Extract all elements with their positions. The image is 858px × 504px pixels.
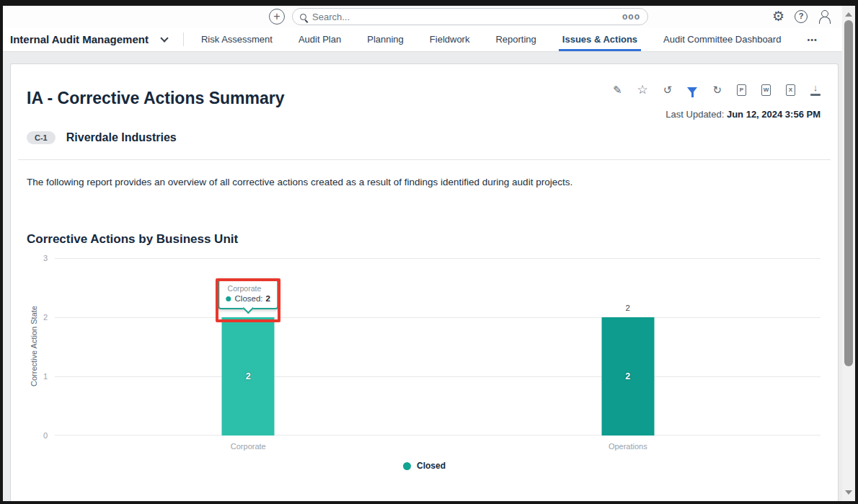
last-updated-label: Last Updated: (665, 109, 724, 120)
refresh-icon[interactable]: ↻ (712, 84, 722, 96)
scroll-down-icon[interactable] (845, 490, 852, 495)
chevron-down-icon (160, 34, 168, 42)
bar-value-label: 2 (246, 371, 251, 381)
topbar-icons: ⚙ ? (772, 8, 831, 25)
gridline (55, 317, 821, 318)
filter-icon[interactable] (687, 87, 697, 94)
export-word-icon[interactable]: W (761, 84, 771, 96)
help-icon[interactable]: ? (795, 10, 808, 23)
nav-divider (183, 32, 184, 46)
y-tick: 2 (43, 313, 48, 322)
bar-operations[interactable]: 2 (601, 317, 654, 436)
tab-audit-plan[interactable]: Audit Plan (295, 27, 345, 51)
history-icon[interactable]: ↺ (663, 84, 673, 96)
search-input[interactable]: Search... ooo (292, 8, 648, 25)
create-icon[interactable]: + (269, 9, 285, 25)
last-updated-value: Jun 12, 2024 3:56 PM (727, 109, 821, 120)
gear-icon[interactable]: ⚙ (772, 9, 784, 25)
bar-value-label: 2 (625, 371, 630, 381)
x-category-label: Corporate (231, 442, 266, 451)
gridline (55, 258, 821, 259)
scroll-up-icon[interactable] (845, 12, 852, 17)
app-switcher[interactable]: Internal Audit Management (3, 27, 167, 51)
bar-top-label: 2 (626, 304, 630, 312)
page-background: IA - Corrective Actions Summary ✎ ☆ ↺ ↻ … (3, 52, 842, 501)
tab-audit-committee-dashboard[interactable]: Audit Committee Dashboard (660, 27, 784, 51)
tooltip-series-line: Closed: 2 (226, 294, 270, 303)
chart-tooltip: Corporate Closed: 2 (218, 279, 278, 309)
y-tick: 3 (43, 254, 48, 262)
chart-title: Corrective Actions by Business Unit (27, 232, 822, 247)
legend-item-closed[interactable]: Closed (27, 461, 822, 471)
y-axis-label: Corrective Action State (30, 257, 38, 435)
tab-reporting[interactable]: Reporting (492, 27, 539, 51)
search-options-icon[interactable]: ooo (622, 12, 640, 22)
section-divider (18, 159, 831, 160)
gridline (55, 376, 821, 377)
legend-label: Closed (417, 461, 446, 471)
scrollbar-thumb[interactable] (844, 20, 853, 366)
user-icon[interactable] (818, 10, 831, 23)
main-column: + Search... ooo ⚙ ? Internal Audit Manag… (3, 6, 842, 501)
y-tick: 0 (43, 431, 48, 440)
export-pdf-icon[interactable]: P (737, 84, 746, 96)
x-category-label: Operations (609, 442, 647, 451)
export-excel-icon[interactable]: X (786, 84, 795, 96)
entity-name: Riverdale Industries (66, 131, 177, 144)
tooltip-value: 2 (266, 294, 270, 303)
tab-fieldwork[interactable]: Fieldwork (426, 27, 474, 51)
report-card: IA - Corrective Actions Summary ✎ ☆ ↺ ↻ … (10, 63, 839, 501)
unique-id-badge: C-1 (27, 131, 56, 144)
app-window: + Search... ooo ⚙ ? Internal Audit Manag… (3, 6, 855, 501)
tab-risk-assessment[interactable]: Risk Assessment (198, 27, 276, 51)
bar-corporate[interactable]: 2 (222, 317, 275, 436)
tab-planning[interactable]: Planning (363, 27, 407, 51)
series-dot-icon (226, 296, 231, 301)
report-description: The following report provides an overvie… (27, 176, 822, 189)
tooltip-series-label: Closed: (235, 294, 263, 303)
topbar: + Search... ooo ⚙ ? (3, 6, 842, 27)
bar-chart: Corrective Action State 3 2 1 0 2 2 2 (55, 258, 821, 436)
edit-icon[interactable]: ✎ (613, 84, 622, 96)
report-toolbar: ✎ ☆ ↺ ↻ P W X (613, 84, 821, 96)
favorite-icon[interactable]: ☆ (637, 84, 648, 96)
search-placeholder: Search... (312, 12, 622, 22)
scrollbar[interactable] (842, 6, 855, 501)
nav-bar: Internal Audit Management Risk Assessmen… (3, 27, 842, 52)
app-name: Internal Audit Management (10, 33, 149, 45)
search-icon (300, 14, 306, 20)
download-icon[interactable] (810, 84, 821, 96)
tabs-overflow-icon[interactable]: ••• (803, 27, 821, 51)
entity-row: C-1 Riverdale Industries (27, 131, 822, 144)
tab-issues-actions[interactable]: Issues & Actions (559, 27, 641, 51)
tooltip-category: Corporate (228, 284, 270, 293)
gridline (55, 435, 821, 436)
last-updated: Last Updated: Jun 12, 2024 3:56 PM (665, 109, 821, 120)
nav-tabs: Risk Assessment Audit Plan Planning Fiel… (188, 27, 831, 51)
y-tick: 1 (43, 372, 48, 381)
legend-dot-icon (403, 462, 411, 470)
